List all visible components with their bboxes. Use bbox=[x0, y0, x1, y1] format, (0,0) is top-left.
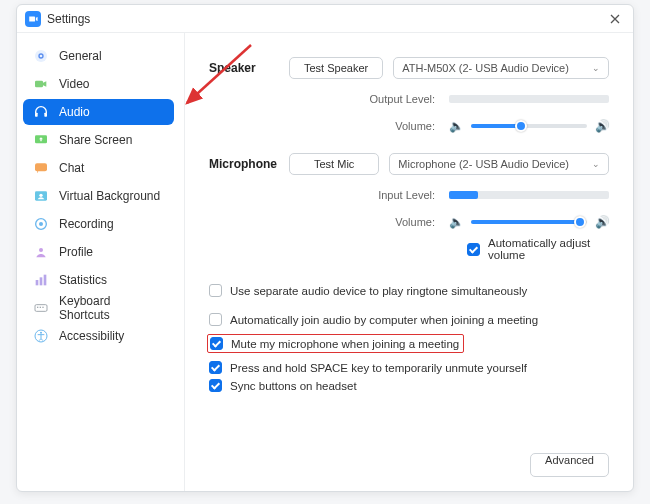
space-unmute-label: Press and hold SPACE key to temporarily … bbox=[230, 362, 527, 374]
svg-point-10 bbox=[39, 222, 43, 226]
sidebar-item-profile[interactable]: Profile bbox=[23, 239, 174, 265]
advanced-button-label: Advanced bbox=[545, 454, 594, 466]
output-level-label: Output Level: bbox=[289, 93, 449, 105]
mic-device-value: Microphone (2- USB Audio Device) bbox=[398, 158, 569, 170]
sidebar: General Video Audio Share Screen bbox=[17, 33, 185, 491]
statistics-icon bbox=[33, 272, 49, 288]
headphones-icon bbox=[33, 104, 49, 120]
gear-icon bbox=[33, 48, 49, 64]
sidebar-item-label: Audio bbox=[59, 105, 90, 119]
svg-rect-17 bbox=[40, 307, 41, 308]
sidebar-item-share-screen[interactable]: Share Screen bbox=[23, 127, 174, 153]
profile-icon bbox=[33, 244, 49, 260]
window-title: Settings bbox=[47, 12, 90, 26]
svg-rect-13 bbox=[40, 277, 43, 285]
svg-rect-12 bbox=[36, 280, 39, 285]
audio-options-group: Use separate audio device to play ringto… bbox=[209, 279, 609, 397]
sidebar-item-label: Statistics bbox=[59, 273, 107, 287]
sidebar-item-video[interactable]: Video bbox=[23, 71, 174, 97]
sync-headset-label: Sync buttons on headset bbox=[230, 380, 357, 392]
test-mic-button[interactable]: Test Mic bbox=[289, 153, 379, 175]
mute-on-join-highlight: Mute my microphone when joining a meetin… bbox=[207, 334, 464, 353]
ringtone-device-checkbox[interactable] bbox=[209, 284, 222, 297]
mic-volume-label: Volume: bbox=[289, 216, 449, 228]
svg-point-0 bbox=[35, 50, 47, 62]
audio-settings-panel: Speaker Test Speaker ATH-M50X (2- USB Au… bbox=[185, 33, 633, 491]
svg-rect-3 bbox=[35, 113, 38, 117]
volume-high-icon: 🔊 bbox=[595, 119, 609, 133]
auto-join-audio-label: Automatically join audio by computer whe… bbox=[230, 314, 538, 326]
close-button[interactable] bbox=[605, 9, 625, 29]
chat-icon bbox=[33, 160, 49, 176]
sync-headset-checkbox[interactable] bbox=[209, 379, 222, 392]
window-body: General Video Audio Share Screen bbox=[17, 33, 633, 491]
sidebar-item-statistics[interactable]: Statistics bbox=[23, 267, 174, 293]
sidebar-item-label: General bbox=[59, 49, 102, 63]
sidebar-item-label: Chat bbox=[59, 161, 84, 175]
svg-point-11 bbox=[39, 248, 43, 252]
volume-high-icon: 🔊 bbox=[595, 215, 609, 229]
input-level-label: Input Level: bbox=[289, 189, 449, 201]
sidebar-item-label: Keyboard Shortcuts bbox=[59, 294, 164, 322]
mute-on-join-label: Mute my microphone when joining a meetin… bbox=[231, 338, 459, 350]
speaker-device-value: ATH-M50X (2- USB Audio Device) bbox=[402, 62, 569, 74]
sidebar-item-audio[interactable]: Audio bbox=[23, 99, 174, 125]
ringtone-device-label: Use separate audio device to play ringto… bbox=[230, 285, 527, 297]
speaker-section: Speaker Test Speaker ATH-M50X (2- USB Au… bbox=[209, 57, 609, 153]
microphone-heading: Microphone bbox=[209, 153, 289, 171]
chevron-down-icon: ⌄ bbox=[592, 63, 600, 73]
space-unmute-checkbox[interactable] bbox=[209, 361, 222, 374]
chevron-down-icon: ⌄ bbox=[592, 159, 600, 169]
sidebar-item-keyboard-shortcuts[interactable]: Keyboard Shortcuts bbox=[23, 295, 174, 321]
svg-rect-2 bbox=[35, 81, 43, 88]
sidebar-item-label: Share Screen bbox=[59, 133, 132, 147]
mic-volume-slider[interactable] bbox=[471, 220, 587, 224]
sidebar-item-chat[interactable]: Chat bbox=[23, 155, 174, 181]
sidebar-item-label: Recording bbox=[59, 217, 114, 231]
titlebar: Settings bbox=[17, 5, 633, 33]
keyboard-icon bbox=[33, 300, 49, 316]
sidebar-item-accessibility[interactable]: Accessibility bbox=[23, 323, 174, 349]
auto-adjust-volume-checkbox[interactable] bbox=[467, 243, 480, 256]
zoom-app-icon bbox=[25, 11, 41, 27]
svg-point-8 bbox=[39, 194, 42, 197]
speaker-device-select[interactable]: ATH-M50X (2- USB Audio Device) ⌄ bbox=[393, 57, 609, 79]
sidebar-item-label: Virtual Background bbox=[59, 189, 160, 203]
accessibility-icon bbox=[33, 328, 49, 344]
test-speaker-label: Test Speaker bbox=[304, 62, 368, 74]
mute-on-join-checkbox[interactable] bbox=[210, 337, 223, 350]
sidebar-item-recording[interactable]: Recording bbox=[23, 211, 174, 237]
volume-low-icon: 🔈 bbox=[449, 119, 463, 133]
sidebar-item-virtual-background[interactable]: Virtual Background bbox=[23, 183, 174, 209]
svg-rect-6 bbox=[35, 163, 47, 171]
video-icon bbox=[33, 76, 49, 92]
settings-window: Settings General Video bbox=[16, 4, 634, 492]
test-speaker-button[interactable]: Test Speaker bbox=[289, 57, 383, 79]
auto-adjust-volume-label: Automatically adjust volume bbox=[488, 237, 609, 261]
output-level-meter bbox=[449, 95, 609, 103]
sidebar-item-label: Accessibility bbox=[59, 329, 124, 343]
volume-low-icon: 🔈 bbox=[449, 215, 463, 229]
svg-rect-16 bbox=[37, 307, 38, 308]
virtual-background-icon bbox=[33, 188, 49, 204]
speaker-volume-label: Volume: bbox=[289, 120, 449, 132]
microphone-section: Microphone Test Mic Microphone (2- USB A… bbox=[209, 153, 609, 279]
mic-device-select[interactable]: Microphone (2- USB Audio Device) ⌄ bbox=[389, 153, 609, 175]
speaker-volume-slider[interactable] bbox=[471, 124, 587, 128]
sidebar-item-label: Profile bbox=[59, 245, 93, 259]
auto-join-audio-checkbox[interactable] bbox=[209, 313, 222, 326]
svg-point-20 bbox=[40, 332, 42, 334]
share-screen-icon bbox=[33, 132, 49, 148]
speaker-heading: Speaker bbox=[209, 57, 289, 75]
advanced-button[interactable]: Advanced bbox=[530, 453, 609, 477]
sidebar-item-label: Video bbox=[59, 77, 89, 91]
svg-rect-18 bbox=[42, 307, 43, 308]
svg-rect-14 bbox=[44, 275, 47, 286]
svg-rect-4 bbox=[44, 113, 47, 117]
recording-icon bbox=[33, 216, 49, 232]
sidebar-item-general[interactable]: General bbox=[23, 43, 174, 69]
input-level-meter bbox=[449, 191, 609, 199]
test-mic-label: Test Mic bbox=[314, 158, 354, 170]
